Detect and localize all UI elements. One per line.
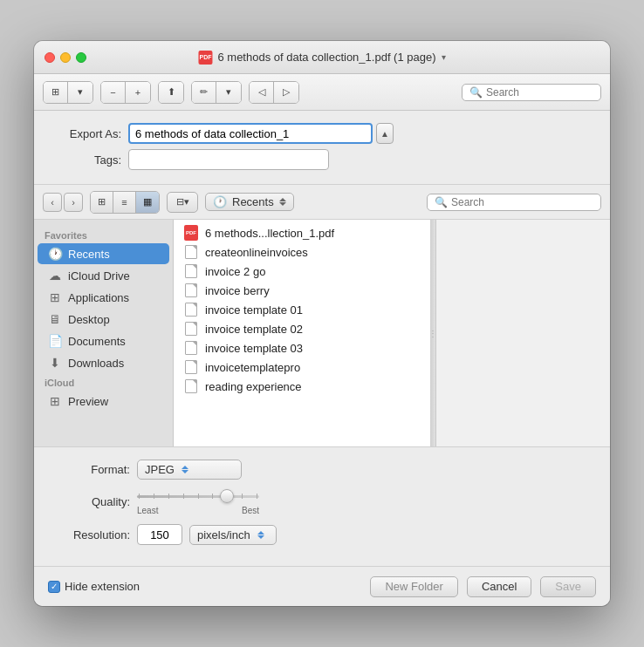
minimize-button[interactable]	[60, 52, 71, 63]
location-name: Recents	[232, 195, 274, 208]
title-chevron-icon[interactable]: ▾	[442, 52, 446, 62]
file-item-8[interactable]: reading experience	[174, 377, 435, 396]
hide-extension-text: Hide extension	[65, 580, 140, 593]
location-selector[interactable]: 🕐 Recents	[205, 193, 294, 211]
view-list-button[interactable]: ≡	[113, 192, 136, 213]
zoom-in-button[interactable]: +	[126, 82, 150, 103]
pdf-file-icon-0: PDF	[184, 226, 198, 240]
nav-arrows: ‹ ›	[43, 193, 83, 212]
sidebar-downloads-label: Downloads	[68, 357, 124, 370]
hide-extension-checkbox[interactable]: ✓	[48, 581, 60, 593]
zoom-out-button[interactable]: −	[101, 82, 126, 103]
tick-1	[154, 494, 154, 499]
sidebar-recents-label: Recents	[68, 248, 110, 261]
generic-file-icon-5	[184, 322, 198, 336]
file-item-3[interactable]: invoice berry	[174, 281, 435, 300]
expand-button[interactable]: ▲	[376, 123, 394, 144]
save-dialog: PDF 6 methods of data collection_1.pdf (…	[34, 41, 610, 606]
export-fields: Export As: ▲ Tags:	[34, 111, 610, 185]
view-column-button[interactable]: ▦	[136, 192, 159, 213]
format-label: Format:	[51, 463, 130, 476]
file-item-0[interactable]: PDF 6 methods...llection_1.pdf	[174, 223, 435, 242]
quality-slider[interactable]	[137, 488, 259, 504]
slider-thumb[interactable]	[220, 489, 234, 503]
file-item-7[interactable]: invoicetemplatepro	[174, 358, 435, 377]
column-divider[interactable]: ⋮	[430, 220, 435, 446]
resolution-unit-selector[interactable]: pixels/inch	[189, 525, 277, 545]
resolution-input[interactable]	[137, 524, 182, 545]
sidebar-item-downloads[interactable]: ⬇ Downloads	[38, 352, 169, 373]
sidebar-item-icloud-drive[interactable]: ☁ iCloud Drive	[38, 265, 169, 286]
bottom-bar: ✓ Hide extension New Folder Cancel Save	[34, 566, 610, 606]
toolbar-view-btn-1[interactable]: ⊞	[44, 82, 68, 103]
view-gallery-button[interactable]: ⊟▾	[167, 192, 198, 213]
sidebar-item-documents[interactable]: 📄 Documents	[38, 330, 169, 351]
share-button[interactable]: ⬆	[159, 82, 183, 103]
cancel-button[interactable]: Cancel	[467, 576, 531, 597]
resolution-label: Resolution:	[51, 528, 130, 541]
generic-file-icon-4	[184, 303, 198, 317]
hide-extension-label[interactable]: ✓ Hide extension	[48, 580, 140, 593]
icloud-section-label: iCloud	[34, 374, 173, 390]
maximize-button[interactable]	[76, 52, 86, 63]
icloud-drive-icon: ☁	[48, 269, 62, 283]
toolbar-search-box[interactable]: 🔍	[462, 84, 601, 101]
downloads-icon: ⬇	[48, 356, 62, 370]
toolbar-search-icon: 🔍	[469, 86, 483, 99]
edit-controls: ✏ ▾	[191, 81, 242, 104]
file-item-5[interactable]: invoice template 02	[174, 319, 435, 338]
nav-search-input[interactable]	[451, 196, 593, 208]
titlebar: PDF 6 methods of data collection_1.pdf (…	[34, 41, 610, 74]
format-value: JPEG	[145, 463, 175, 476]
edit-button[interactable]: ✏	[192, 82, 216, 103]
tick-2	[168, 494, 169, 499]
format-row: Format: JPEG	[51, 460, 593, 480]
resolution-row: Resolution: pixels/inch	[51, 524, 593, 545]
sidebar-item-applications[interactable]: ⊞ Applications	[38, 287, 169, 308]
options-section: Format: JPEG Quality:	[34, 446, 610, 566]
view-icon-button[interactable]: ⊞	[91, 192, 113, 213]
tags-input[interactable]	[128, 149, 329, 170]
file-name-5: invoice template 02	[205, 323, 303, 336]
format-selector[interactable]: JPEG	[137, 460, 242, 480]
save-button[interactable]: Save	[540, 576, 596, 597]
main-content: Favorites 🕐 Recents ☁ iCloud Drive ⊞ App…	[34, 220, 610, 446]
view-controls: ⊞ ▾	[43, 81, 93, 104]
traffic-lights	[45, 52, 86, 63]
close-button[interactable]	[45, 52, 55, 63]
sidebar-item-recents[interactable]: 🕐 Recents	[38, 243, 169, 264]
file-item-2[interactable]: invoice 2 go	[174, 262, 435, 281]
nav-back-button[interactable]: ‹	[43, 193, 62, 212]
sidebar: Favorites 🕐 Recents ☁ iCloud Drive ⊞ App…	[34, 220, 174, 446]
slider-track	[137, 495, 259, 498]
file-name-4: invoice template 01	[205, 303, 303, 317]
toolbar-view-btn-2[interactable]: ▾	[68, 82, 92, 103]
edit-dropdown[interactable]: ▾	[216, 82, 241, 103]
share-controls: ⬆	[158, 81, 184, 104]
sidebar-item-preview[interactable]: ⊞ Preview	[38, 391, 169, 412]
export-filename-input[interactable]	[128, 123, 373, 144]
right-panel	[435, 220, 610, 446]
file-item-6[interactable]: invoice template 03	[174, 338, 435, 358]
generic-file-icon-3	[184, 283, 198, 297]
recents-sidebar-icon: 🕐	[48, 247, 62, 261]
next-page-button[interactable]: ▷	[274, 82, 298, 103]
new-folder-button[interactable]: New Folder	[370, 576, 457, 597]
nav-forward-button[interactable]: ›	[64, 193, 83, 212]
export-as-row: Export As: ▲	[51, 123, 593, 144]
tick-7	[242, 494, 243, 499]
sidebar-item-desktop[interactable]: 🖥 Desktop	[38, 309, 169, 330]
file-item-1[interactable]: createonlineinvoices	[174, 242, 435, 262]
toolbar-search-input[interactable]	[486, 86, 593, 99]
page-controls: ◁ ▷	[249, 81, 299, 104]
desktop-icon: 🖥	[48, 312, 62, 326]
nav-search-box[interactable]: 🔍	[427, 194, 601, 211]
generic-file-icon-7	[184, 360, 198, 374]
file-item-4[interactable]: invoice template 01	[174, 300, 435, 319]
prev-page-button[interactable]: ◁	[250, 82, 274, 103]
pdf-icon: PDF	[198, 51, 212, 65]
file-name-8: reading experience	[205, 380, 302, 393]
sidebar-desktop-label: Desktop	[68, 313, 110, 326]
sidebar-icloud-label: iCloud Drive	[68, 269, 130, 283]
app-toolbar: ⊞ ▾ − + ⬆ ✏ ▾ ◁ ▷ 🔍	[34, 74, 610, 111]
